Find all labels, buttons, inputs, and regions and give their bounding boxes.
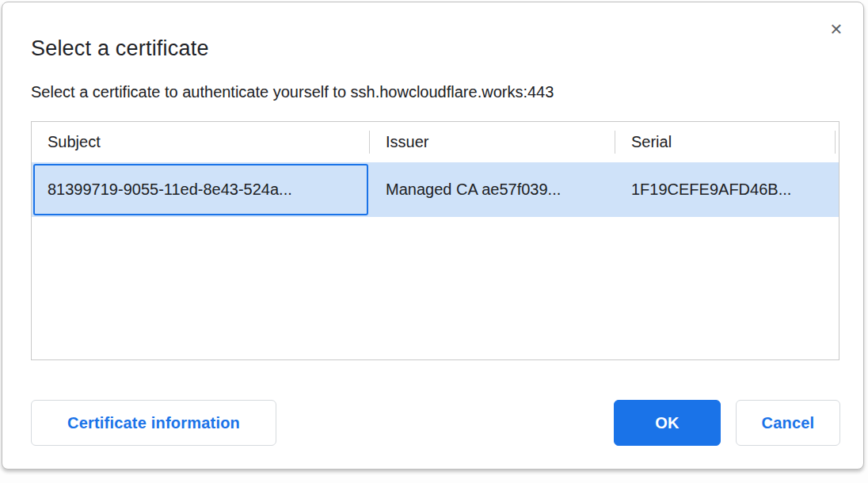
close-icon: ✕ bbox=[830, 21, 843, 37]
column-header-subject: Subject bbox=[32, 122, 370, 162]
column-header-subject-label: Subject bbox=[48, 133, 101, 151]
cell-issuer[interactable]: Managed CA ae57f039... bbox=[370, 162, 615, 217]
dialog-subtitle: Select a certificate to authenticate you… bbox=[31, 83, 554, 101]
cancel-button[interactable]: Cancel bbox=[736, 400, 840, 446]
dialog-title: Select a certificate bbox=[31, 36, 209, 61]
column-header-issuer-label: Issuer bbox=[386, 133, 428, 151]
ok-button[interactable]: OK bbox=[614, 400, 721, 446]
column-divider bbox=[835, 131, 836, 154]
certificate-table: Subject Issuer Serial 81399719-9055-11ed… bbox=[31, 121, 839, 360]
cell-subject[interactable]: 81399719-9055-11ed-8e43-524a... bbox=[32, 162, 370, 217]
certificate-row-selected[interactable]: 81399719-9055-11ed-8e43-524a... Managed … bbox=[32, 162, 839, 217]
certificate-information-button[interactable]: Certificate information bbox=[31, 400, 276, 446]
column-header-serial-label: Serial bbox=[631, 133, 672, 151]
select-certificate-dialog: ✕ Select a certificate Select a certific… bbox=[2, 2, 864, 470]
column-header-issuer: Issuer bbox=[370, 122, 615, 162]
screen: ✕ Select a certificate Select a certific… bbox=[0, 0, 868, 483]
column-header-serial: Serial bbox=[615, 122, 836, 162]
close-button[interactable]: ✕ bbox=[825, 18, 847, 40]
cell-serial[interactable]: 1F19CEFE9AFD46B... bbox=[615, 162, 836, 217]
table-header-row: Subject Issuer Serial bbox=[32, 122, 839, 162]
